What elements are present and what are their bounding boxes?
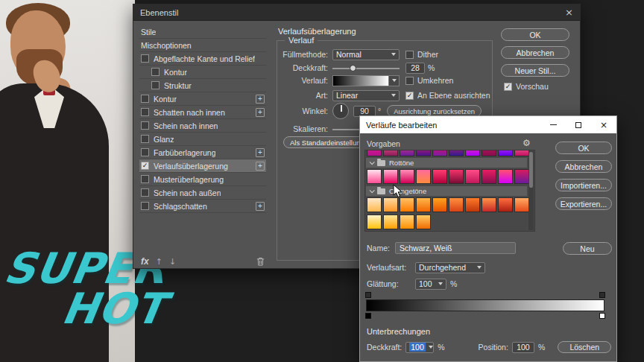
- effect-checkbox[interactable]: [141, 188, 149, 197]
- gradient-preset-swatch[interactable]: [514, 150, 529, 156]
- gradient-type-select[interactable]: Durchgehend: [415, 262, 485, 273]
- maximize-button[interactable]: [566, 116, 591, 133]
- gradient-preset-swatch[interactable]: [514, 197, 529, 212]
- opacity-slider[interactable]: [332, 63, 400, 74]
- gradient-preset-swatch[interactable]: [432, 197, 447, 212]
- gradient-preset-swatch[interactable]: [416, 169, 431, 184]
- dither-checkbox[interactable]: [405, 51, 414, 59]
- ok-button[interactable]: OK: [501, 28, 569, 41]
- gradient-editor-titlebar[interactable]: Verläufe bearbeiten ×: [360, 116, 616, 133]
- add-effect-instance-icon[interactable]: +: [256, 95, 265, 104]
- layer-style-sidebar-item[interactable]: Schein nach außen: [139, 186, 266, 200]
- gradient-preset-swatch[interactable]: [465, 197, 480, 212]
- gradient-name-input[interactable]: Schwarz, Weiß: [395, 242, 516, 254]
- layer-style-sidebar-item[interactable]: Mischoptionen: [139, 39, 266, 52]
- reverse-checkbox[interactable]: [405, 77, 414, 85]
- scrollbar-thumb[interactable]: [529, 152, 533, 188]
- layer-style-sidebar-item[interactable]: Schein nach innen: [139, 119, 266, 133]
- export-button[interactable]: Exportieren...: [555, 197, 612, 210]
- gradient-preset-swatch[interactable]: [400, 197, 414, 212]
- layer-style-titlebar[interactable]: Ebenenstil ×: [133, 4, 580, 21]
- gradient-preset-swatch[interactable]: [383, 150, 398, 156]
- gradient-preset-swatch[interactable]: [498, 169, 513, 184]
- gradient-preset-swatch[interactable]: [400, 150, 414, 156]
- layer-style-sidebar-item[interactable]: Kontur+: [139, 92, 266, 106]
- gradient-preset-swatch[interactable]: [400, 169, 414, 184]
- align-checkbox[interactable]: ✓: [405, 92, 414, 100]
- minimize-button[interactable]: [540, 116, 566, 133]
- layer-style-sidebar-item[interactable]: Abgeflachte Kante und Relief: [139, 52, 266, 66]
- gradient-preset-swatch[interactable]: [383, 169, 398, 184]
- gradient-preset-swatch[interactable]: [367, 197, 382, 212]
- gradient-preset-swatch[interactable]: [367, 150, 382, 156]
- gradient-preset-swatch[interactable]: [482, 150, 496, 156]
- layer-style-sidebar-item[interactable]: Musterüberlagerung: [139, 173, 266, 186]
- preset-group-orange[interactable]: Orangetöne: [366, 186, 527, 196]
- delete-effect-icon[interactable]: [256, 257, 265, 266]
- preview-checkbox[interactable]: ✓: [504, 83, 512, 91]
- layer-style-sidebar-item[interactable]: Glanz: [139, 133, 266, 146]
- gradient-preset-swatch[interactable]: [449, 150, 464, 156]
- layer-style-sidebar-item[interactable]: ✓Verlaufsüberlagerung+: [139, 159, 266, 173]
- opacity-stop-right[interactable]: [599, 292, 605, 298]
- gradient-preset-swatch[interactable]: [432, 150, 447, 156]
- gradient-preset-swatch[interactable]: [400, 215, 414, 229]
- gradient-picker[interactable]: [332, 75, 400, 86]
- add-effect-instance-icon[interactable]: +: [256, 162, 265, 171]
- close-button[interactable]: ×: [591, 116, 616, 133]
- gradient-preset-swatch[interactable]: [367, 169, 382, 184]
- effect-checkbox[interactable]: [141, 148, 149, 156]
- gradient-preset-swatch[interactable]: [432, 169, 447, 184]
- layer-style-sidebar-item[interactable]: Schlagschatten+: [139, 200, 266, 213]
- effect-checkbox[interactable]: [141, 202, 149, 210]
- ok-button[interactable]: OK: [555, 142, 612, 154]
- effect-checkbox[interactable]: [141, 121, 149, 130]
- gradient-preset-swatch[interactable]: [416, 215, 431, 229]
- effect-checkbox[interactable]: ✓: [141, 162, 149, 170]
- cancel-button[interactable]: Abbrechen: [501, 46, 569, 59]
- effect-checkbox[interactable]: [141, 135, 149, 143]
- gradient-preset-swatch[interactable]: [416, 150, 431, 156]
- delete-stop-button[interactable]: Löschen: [558, 341, 611, 353]
- gradient-preset-swatch[interactable]: [367, 215, 382, 229]
- gradient-preset-swatch[interactable]: [449, 169, 464, 184]
- add-effect-instance-icon[interactable]: +: [256, 148, 265, 157]
- gradient-preset-swatch[interactable]: [498, 197, 513, 212]
- effect-checkbox[interactable]: [141, 54, 149, 63]
- gradient-preset-swatch[interactable]: [383, 215, 398, 229]
- gradient-preset-swatch[interactable]: [514, 169, 529, 184]
- gradient-dropdown[interactable]: [389, 75, 400, 86]
- stop-position-box[interactable]: 100: [512, 342, 534, 353]
- layer-style-sidebar-item[interactable]: Farbüberlagerung+: [139, 146, 266, 159]
- gradient-preview[interactable]: [332, 75, 389, 86]
- close-icon[interactable]: ×: [565, 7, 573, 18]
- effect-checkbox[interactable]: [141, 108, 149, 116]
- gradient-preset-swatch[interactable]: [383, 197, 398, 212]
- color-stop-right[interactable]: [599, 313, 605, 319]
- gradient-preset-swatch[interactable]: [465, 150, 480, 156]
- move-up-icon[interactable]: ↑: [156, 257, 162, 267]
- opacity-stop-left[interactable]: [365, 292, 371, 298]
- stop-opacity-select[interactable]: 100: [405, 342, 434, 353]
- add-effect-instance-icon[interactable]: +: [256, 202, 265, 211]
- layer-style-sidebar-item[interactable]: Struktur: [139, 79, 266, 92]
- gradient-preset-swatch[interactable]: [482, 197, 496, 212]
- new-gradient-button[interactable]: Neu: [563, 242, 612, 255]
- smoothness-select[interactable]: 100: [415, 279, 446, 290]
- gear-icon[interactable]: ⚙: [523, 138, 531, 148]
- add-effect-instance-icon[interactable]: +: [256, 108, 265, 117]
- fx-icon[interactable]: fx: [141, 256, 149, 267]
- import-button[interactable]: Importieren...: [555, 179, 612, 191]
- preset-group-red[interactable]: Rottöne: [366, 158, 527, 168]
- effect-checkbox[interactable]: [141, 95, 149, 103]
- layer-style-sidebar-item[interactable]: Kontur: [139, 66, 266, 79]
- layer-style-sidebar-item[interactable]: Schatten nach innen+: [139, 106, 266, 119]
- slider-handle[interactable]: [350, 65, 356, 72]
- gradient-preset-swatch[interactable]: [449, 197, 464, 212]
- effect-checkbox[interactable]: [151, 81, 160, 89]
- effect-checkbox[interactable]: [141, 175, 149, 183]
- gradient-preset-swatch[interactable]: [465, 169, 480, 184]
- new-style-button[interactable]: Neuer Stil...: [501, 64, 569, 77]
- style-select[interactable]: Linear: [332, 90, 400, 101]
- layer-style-sidebar-item[interactable]: Stile: [139, 25, 266, 39]
